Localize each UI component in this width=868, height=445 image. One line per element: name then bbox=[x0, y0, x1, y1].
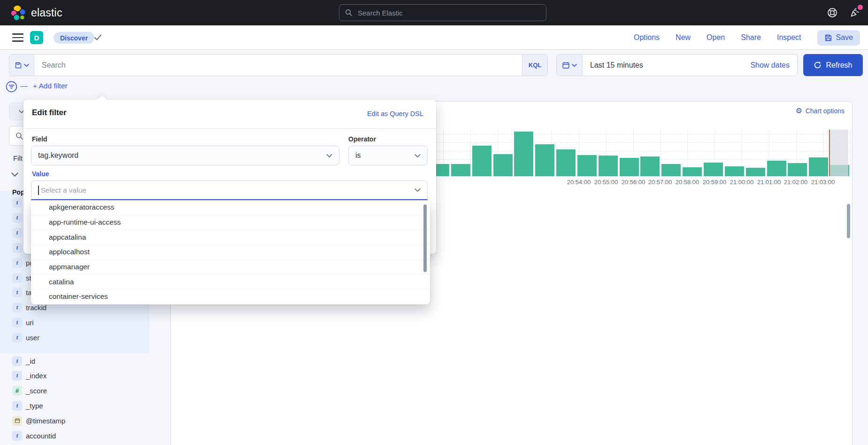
operator-label: Operator bbox=[348, 135, 376, 143]
chart-options-button[interactable]: ⚙ Chart options bbox=[795, 107, 845, 115]
query-search-input[interactable] bbox=[34, 55, 522, 76]
number-field-icon: # bbox=[12, 386, 22, 396]
keyword-field-icon: t bbox=[12, 318, 22, 328]
elastic-logo[interactable]: elastic bbox=[10, 5, 62, 21]
operator-select[interactable]: is bbox=[348, 146, 428, 165]
sidebar-field-item[interactable]: turi bbox=[0, 315, 149, 330]
sidebar-field-item[interactable]: tuser bbox=[0, 330, 149, 345]
value-options-dropdown: apkgeneratoraccessapp-runtime-ui-accessa… bbox=[31, 200, 430, 304]
toolbar-link-options[interactable]: Options bbox=[634, 33, 660, 42]
sidebar-field-item[interactable]: t_type bbox=[0, 398, 149, 413]
date-field-icon bbox=[12, 416, 22, 426]
sidebar-field-item[interactable]: taccountid bbox=[0, 428, 149, 443]
saved-query-menu-button[interactable] bbox=[9, 55, 34, 76]
keyword-field-icon: t bbox=[12, 273, 22, 283]
popover-divider bbox=[23, 128, 436, 129]
toolbar-link-inspect[interactable]: Inspect bbox=[777, 33, 801, 42]
query-input-group: KQL bbox=[9, 54, 548, 76]
toolbar-link-open[interactable]: Open bbox=[707, 33, 725, 42]
field-label: _score bbox=[26, 387, 47, 395]
chevron-down-icon bbox=[415, 188, 421, 192]
toolbar-actions: OptionsNewOpenShareInspect Save bbox=[634, 25, 860, 50]
query-language-button[interactable]: KQL bbox=[522, 55, 547, 76]
keyword-field-icon: t bbox=[12, 371, 22, 381]
search-icon bbox=[345, 9, 353, 16]
refresh-button[interactable]: Refresh bbox=[803, 54, 863, 76]
dropdown-scrollbar-thumb[interactable] bbox=[423, 204, 427, 272]
sidebar-field-item[interactable]: t_index bbox=[0, 368, 149, 383]
app-toolbar: D Discover OptionsNewOpenShareInspect Sa… bbox=[0, 25, 868, 50]
time-range-value[interactable]: Last 15 minutes bbox=[583, 55, 743, 76]
date-picker-group: Last 15 minutes Show dates bbox=[556, 54, 798, 76]
value-label: Value bbox=[32, 170, 49, 178]
value-combobox[interactable] bbox=[31, 180, 428, 200]
keyword-field-icon: t bbox=[12, 401, 22, 411]
menu-icon[interactable] bbox=[12, 33, 23, 42]
toolbar-link-new[interactable]: New bbox=[676, 33, 691, 42]
keyword-field-icon: t bbox=[12, 333, 22, 343]
operator-select-value: is bbox=[355, 151, 361, 160]
field-label: _id bbox=[26, 357, 35, 365]
field-select[interactable]: tag.keyword bbox=[31, 146, 339, 165]
keyword-field-icon: t bbox=[12, 356, 22, 366]
save-icon bbox=[824, 34, 832, 42]
chevron-down-icon bbox=[572, 63, 577, 67]
popover-title: Edit filter bbox=[32, 108, 67, 117]
notification-dot bbox=[858, 5, 863, 10]
edit-as-query-dsl-link[interactable]: Edit as Query DSL bbox=[367, 110, 423, 117]
value-option[interactable]: appmanager bbox=[31, 260, 430, 275]
filter-by-type-label[interactable]: Filt bbox=[13, 154, 23, 162]
newsfeed-icon[interactable] bbox=[848, 6, 861, 19]
field-label: @timestamp bbox=[26, 417, 65, 425]
sidebar-field-item[interactable]: t_id bbox=[0, 353, 149, 368]
chevron-down-icon bbox=[24, 63, 29, 67]
keyword-field-icon: t bbox=[12, 198, 22, 208]
field-select-value: tag.keyword bbox=[38, 151, 78, 160]
global-search-input[interactable] bbox=[357, 8, 540, 17]
show-dates-button[interactable]: Show dates bbox=[743, 55, 797, 76]
check-icon bbox=[94, 34, 102, 41]
sidebar-field-item[interactable]: #_score bbox=[0, 383, 149, 398]
global-search[interactable] bbox=[339, 4, 546, 21]
field-label: user bbox=[26, 334, 39, 342]
global-header: elastic bbox=[0, 0, 868, 25]
text-cursor bbox=[38, 186, 39, 195]
sidebar-field-item[interactable]: @timestamp bbox=[0, 413, 149, 428]
value-option[interactable]: container-services bbox=[31, 289, 430, 304]
value-option[interactable]: applocalhost bbox=[31, 245, 430, 260]
keyword-field-icon: t bbox=[12, 288, 22, 297]
value-option[interactable]: app-runtime-ui-access bbox=[31, 215, 430, 230]
date-quick-menu-button[interactable] bbox=[557, 55, 583, 76]
chevron-down-icon bbox=[415, 154, 421, 158]
chevron-down-icon bbox=[326, 154, 332, 158]
value-input[interactable] bbox=[40, 186, 415, 195]
space-badge[interactable]: D bbox=[30, 31, 43, 44]
keyword-field-icon: t bbox=[12, 258, 22, 268]
value-option[interactable]: apkgeneratoraccess bbox=[31, 200, 430, 215]
gear-icon: ⚙ bbox=[795, 107, 802, 115]
field-label: trackid bbox=[26, 304, 46, 312]
discover-app: elastic bbox=[0, 0, 868, 445]
field-label: _type bbox=[26, 402, 43, 410]
field-label: _index bbox=[26, 372, 46, 380]
keyword-field-icon: t bbox=[12, 228, 22, 238]
field-label: st bbox=[26, 274, 31, 282]
value-option[interactable]: appcatalina bbox=[31, 230, 430, 245]
value-option[interactable]: catalina bbox=[31, 274, 430, 289]
refresh-label: Refresh bbox=[826, 61, 852, 70]
saved-query-icon bbox=[15, 62, 22, 69]
keyword-field-icon: t bbox=[12, 243, 22, 253]
query-bar: KQL Last 15 minutes Show dates Refresh bbox=[0, 50, 868, 81]
field-label: accountid bbox=[26, 432, 56, 440]
table-scrollbar-thumb[interactable] bbox=[847, 204, 850, 238]
field-label: Field bbox=[32, 135, 47, 143]
brand-text: elastic bbox=[31, 7, 62, 19]
toolbar-link-share[interactable]: Share bbox=[741, 33, 761, 42]
keyword-field-icon: t bbox=[12, 213, 22, 223]
field-label: uri bbox=[26, 319, 34, 327]
breadcrumb[interactable]: Discover bbox=[54, 32, 94, 44]
collapse-fields-icon[interactable] bbox=[11, 172, 18, 177]
help-icon[interactable] bbox=[826, 6, 839, 19]
search-icon bbox=[15, 132, 23, 140]
save-button[interactable]: Save bbox=[817, 30, 860, 46]
